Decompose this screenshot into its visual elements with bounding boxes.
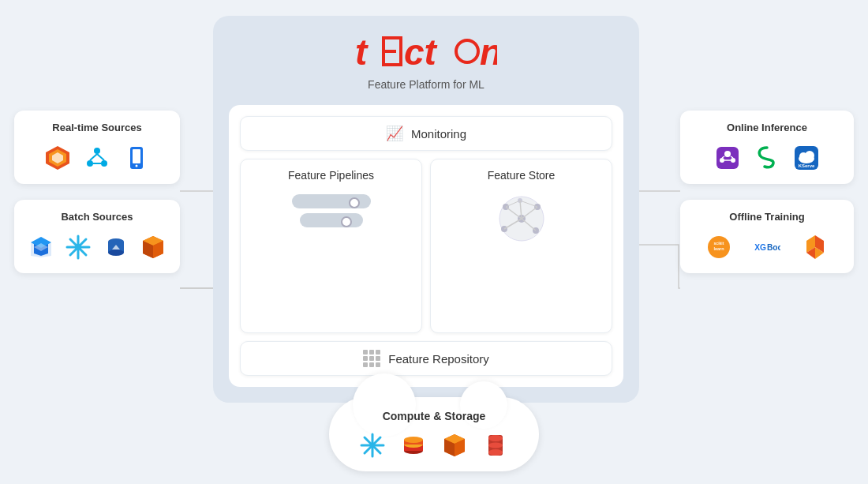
seldon-icon [752, 143, 782, 173]
svg-point-54 [724, 151, 731, 157]
svg-point-47 [108, 250, 124, 256]
batch-title: Batch Sources [27, 211, 167, 223]
feature-pipelines-label: Feature Pipelines [288, 169, 374, 182]
compute-storage-section: Compute & Storage [329, 397, 539, 471]
svg-point-28 [87, 160, 93, 167]
svg-point-89 [488, 435, 503, 441]
feature-repository-label: Feature Repository [388, 352, 489, 366]
feature-store-label: Feature Store [488, 169, 556, 182]
sklearn-icon: scikit learn [704, 232, 734, 262]
svg-point-83 [404, 437, 423, 443]
sagemaker-icon [713, 143, 743, 173]
svg-text:XG: XG [754, 243, 766, 252]
svg-point-29 [101, 160, 107, 167]
feature-store-section: Feature Store [430, 159, 612, 333]
svg-line-31 [97, 154, 104, 160]
svg-point-35 [136, 165, 138, 167]
online-icons: KServe [693, 143, 841, 173]
platform-header: t ct n Feature Platform for ML [355, 32, 497, 91]
svg-point-27 [94, 148, 100, 154]
svg-text:ct: ct [404, 32, 438, 73]
s3-left-icon [140, 232, 168, 262]
offline-icons: scikit learn XG Boost [693, 232, 841, 262]
inner-platform-box: 📈 Monitoring Feature Pipelines Feature S… [229, 105, 623, 387]
xgboost-icon: XG Boost [743, 232, 791, 262]
svg-point-90 [488, 443, 503, 448]
offline-training-box: Offline Training scikit learn XG Boost [680, 200, 854, 273]
svg-line-30 [90, 154, 97, 160]
cloud-shape: Compute & Storage [329, 397, 539, 471]
svg-text:t: t [355, 32, 369, 73]
svg-point-91 [488, 449, 503, 456]
svg-text:Boost: Boost [767, 243, 780, 252]
pipe-block-2 [300, 213, 363, 227]
svg-text:n: n [480, 32, 497, 73]
svg-rect-34 [133, 149, 140, 163]
online-inference-box: Online Inference [680, 111, 854, 184]
compute-icons [357, 430, 511, 460]
offline-title: Offline Training [693, 211, 841, 223]
online-title: Online Inference [693, 122, 841, 133]
svg-text:KServe: KServe [799, 163, 815, 168]
svg-point-63 [805, 151, 814, 160]
redis-icon [398, 430, 428, 460]
store-visual [490, 191, 553, 246]
dynamodb-icon [481, 430, 511, 460]
realtime-sources-box: Real-time Sources [14, 111, 180, 184]
middle-row: Feature Pipelines Feature Store [240, 159, 612, 333]
compute-s3-icon [440, 430, 470, 460]
right-boxes: Online Inference [680, 111, 854, 273]
realtime-icons [27, 143, 167, 173]
svg-point-55 [720, 158, 724, 163]
airflow-icon [82, 143, 112, 173]
compute-snowflake-icon [357, 430, 387, 460]
platform-subtitle: Feature Platform for ML [355, 78, 497, 91]
feature-repository-section: Feature Repository [240, 341, 612, 376]
feature-pipelines-section: Feature Pipelines [240, 159, 422, 333]
svg-point-56 [731, 158, 735, 163]
svg-point-8 [456, 40, 478, 62]
svg-point-44 [75, 244, 81, 250]
left-boxes: Real-time Sources [14, 111, 180, 273]
pipeline-visual [292, 194, 371, 227]
batch-sources-box: Batch Sources [14, 200, 180, 273]
snowflake-left-icon [65, 232, 93, 262]
tecton-logo: t ct n [355, 32, 497, 78]
kinesis-icon [43, 143, 73, 173]
mobile-icon [122, 143, 152, 173]
svg-rect-53 [716, 147, 739, 169]
repo-icon [363, 350, 380, 367]
batch-icons [27, 232, 167, 262]
compute-label: Compute & Storage [357, 410, 511, 422]
monitoring-icon: 📈 [386, 125, 403, 142]
monitoring-section: 📈 Monitoring [240, 116, 612, 151]
redshift-icon [102, 232, 130, 262]
realtime-title: Real-time Sources [27, 122, 167, 133]
kserve-icon: KServe [791, 143, 821, 173]
platform-container: t ct n Feature Platform for ML 📈 Monitor… [213, 16, 639, 403]
svg-text:scikit: scikit [714, 241, 724, 246]
pipe-block-1 [292, 194, 371, 208]
tensorflow-icon [800, 232, 830, 262]
svg-text:learn: learn [713, 246, 724, 251]
databricks-icon [27, 232, 55, 262]
svg-point-78 [370, 443, 376, 448]
monitoring-label: Monitoring [411, 127, 466, 141]
